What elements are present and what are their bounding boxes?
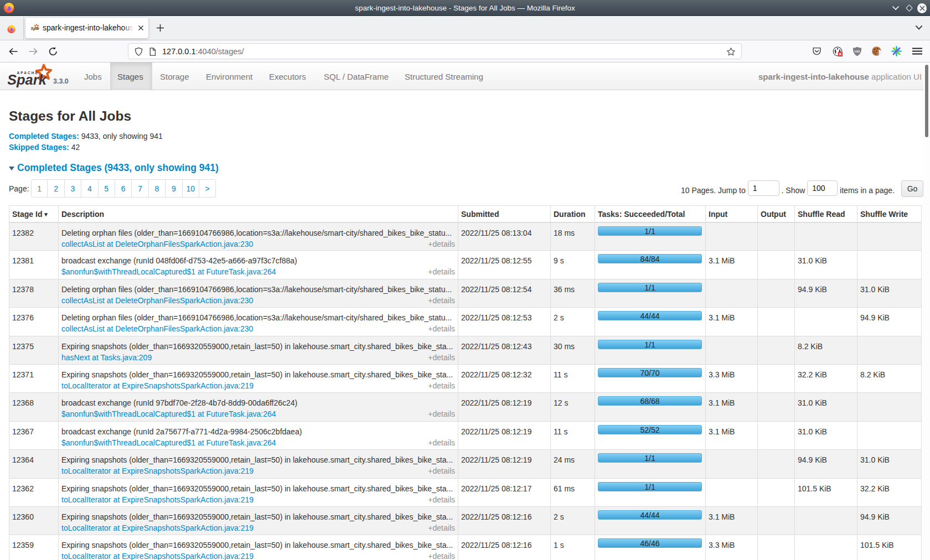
svg-text:Spark: Spark [31, 27, 39, 31]
svg-text:APACHE: APACHE [17, 71, 39, 75]
svg-text:UO: UO [855, 49, 860, 53]
